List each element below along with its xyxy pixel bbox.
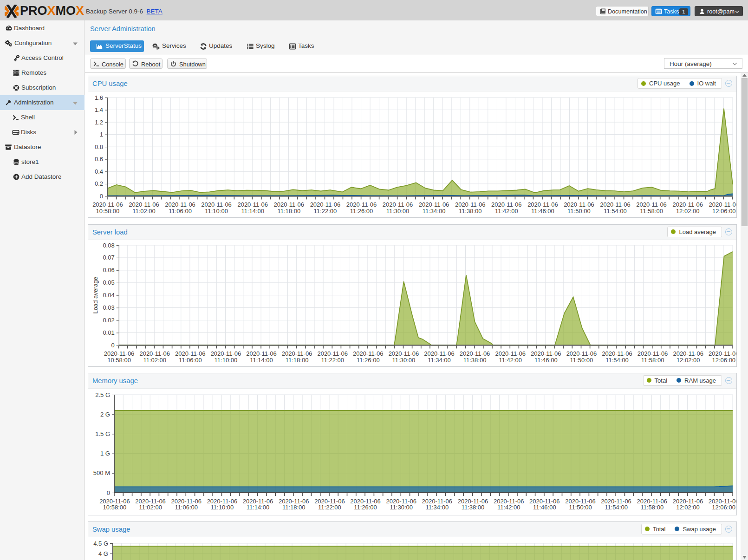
svg-text:11:18:00: 11:18:00 [282, 504, 306, 511]
svg-text:0.03: 0.03 [103, 304, 114, 311]
svg-text:2.5 G: 2.5 G [95, 391, 110, 398]
svg-text:11:10:00: 11:10:00 [215, 357, 238, 364]
svg-text:11:22:00: 11:22:00 [321, 357, 344, 364]
svg-text:1.5 G: 1.5 G [95, 430, 110, 437]
svg-text:1.6: 1.6 [95, 94, 103, 101]
svg-text:11:14:00: 11:14:00 [241, 208, 264, 215]
svg-text:10:58:00: 10:58:00 [96, 208, 120, 215]
svg-text:11:50:00: 11:50:00 [567, 208, 591, 215]
svg-text:11:38:00: 11:38:00 [462, 504, 485, 511]
svg-text:11:50:00: 11:50:00 [569, 504, 592, 511]
svg-text:1.4: 1.4 [95, 106, 103, 113]
svg-text:4.5 G: 4.5 G [93, 540, 108, 547]
svg-text:11:42:00: 11:42:00 [499, 357, 522, 364]
svg-text:4 G: 4 G [98, 550, 108, 557]
svg-text:11:54:00: 11:54:00 [605, 504, 628, 511]
svg-text:0.05: 0.05 [103, 279, 114, 286]
svg-text:10:58:00: 10:58:00 [107, 357, 131, 364]
svg-text:11:18:00: 11:18:00 [286, 357, 309, 364]
svg-text:11:10:00: 11:10:00 [211, 504, 234, 511]
svg-text:11:54:00: 11:54:00 [604, 208, 627, 215]
svg-text:11:26:00: 11:26:00 [354, 504, 377, 511]
svg-text:0.2: 0.2 [95, 180, 103, 187]
svg-text:11:58:00: 11:58:00 [640, 208, 663, 215]
svg-text:11:02:00: 11:02:00 [139, 504, 162, 511]
svg-text:12:02:00: 12:02:00 [676, 208, 700, 215]
svg-text:1.2: 1.2 [95, 119, 103, 126]
svg-text:12:02:00: 12:02:00 [676, 504, 700, 511]
svg-text:11:02:00: 11:02:00 [143, 357, 166, 364]
svg-text:11:06:00: 11:06:00 [179, 357, 202, 364]
svg-text:0.8: 0.8 [95, 143, 103, 150]
svg-text:11:50:00: 11:50:00 [570, 357, 593, 364]
svg-text:2 G: 2 G [100, 411, 110, 418]
svg-text:0.02: 0.02 [103, 317, 114, 324]
svg-text:11:22:00: 11:22:00 [314, 208, 337, 215]
svg-text:11:42:00: 11:42:00 [495, 208, 518, 215]
svg-text:0: 0 [107, 489, 110, 496]
svg-text:11:58:00: 11:58:00 [640, 504, 663, 511]
svg-text:11:30:00: 11:30:00 [386, 208, 410, 215]
svg-text:11:38:00: 11:38:00 [463, 357, 487, 364]
svg-text:11:14:00: 11:14:00 [247, 504, 270, 511]
svg-text:12:02:00: 12:02:00 [676, 357, 700, 364]
svg-text:0.4: 0.4 [95, 168, 103, 175]
svg-text:10:58:00: 10:58:00 [103, 504, 127, 511]
svg-text:0.07: 0.07 [103, 254, 114, 261]
svg-text:500 M: 500 M [93, 469, 110, 476]
svg-text:11:30:00: 11:30:00 [390, 504, 413, 511]
svg-text:0.04: 0.04 [103, 292, 114, 299]
svg-text:11:30:00: 11:30:00 [392, 357, 416, 364]
svg-text:11:10:00: 11:10:00 [205, 208, 228, 215]
svg-text:11:34:00: 11:34:00 [425, 504, 449, 511]
svg-text:1: 1 [100, 131, 103, 138]
svg-text:0.01: 0.01 [103, 329, 114, 336]
svg-text:11:42:00: 11:42:00 [497, 504, 520, 511]
svg-text:0: 0 [100, 193, 103, 200]
svg-text:11:14:00: 11:14:00 [250, 357, 273, 364]
svg-text:11:46:00: 11:46:00 [534, 357, 558, 364]
svg-text:11:34:00: 11:34:00 [428, 357, 451, 364]
svg-text:0.06: 0.06 [103, 267, 114, 273]
svg-text:Load average: Load average [92, 277, 99, 314]
svg-text:11:38:00: 11:38:00 [459, 208, 482, 215]
svg-text:12:06:00: 12:06:00 [712, 208, 736, 215]
svg-text:11:26:00: 11:26:00 [350, 208, 373, 215]
svg-text:11:46:00: 11:46:00 [531, 208, 554, 215]
svg-text:0.6: 0.6 [95, 156, 103, 163]
svg-text:0: 0 [111, 342, 114, 349]
svg-text:11:26:00: 11:26:00 [357, 357, 380, 364]
svg-text:12:06:00: 12:06:00 [712, 504, 735, 511]
svg-text:11:46:00: 11:46:00 [533, 504, 556, 511]
svg-text:12:06:00: 12:06:00 [712, 357, 735, 364]
svg-text:11:54:00: 11:54:00 [605, 357, 629, 364]
svg-text:11:06:00: 11:06:00 [175, 504, 198, 511]
svg-text:11:34:00: 11:34:00 [423, 208, 446, 215]
svg-text:11:06:00: 11:06:00 [169, 208, 192, 215]
svg-text:11:18:00: 11:18:00 [277, 208, 300, 215]
svg-text:11:58:00: 11:58:00 [641, 357, 664, 364]
svg-text:11:02:00: 11:02:00 [132, 208, 156, 215]
svg-text:1 G: 1 G [100, 450, 110, 457]
svg-text:11:22:00: 11:22:00 [318, 504, 341, 511]
svg-text:0.08: 0.08 [103, 242, 114, 249]
